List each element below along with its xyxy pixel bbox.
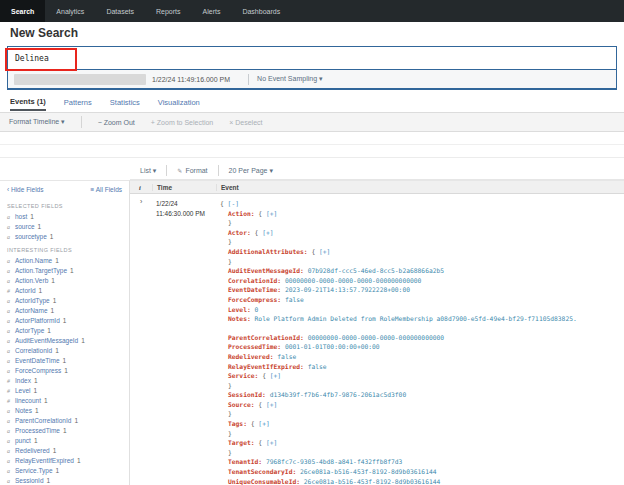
zoom-out-button[interactable]: − Zoom Out [98, 119, 135, 126]
json-expand-toggle[interactable]: [+] [266, 401, 277, 408]
field-name[interactable]: Level [15, 387, 31, 394]
field-item[interactable]: aAction.Name1 [0, 255, 129, 265]
field-type-indicator: a [7, 468, 12, 474]
field-item[interactable]: #Level1 [0, 385, 129, 395]
deselect-button[interactable]: × Deselect [229, 119, 262, 126]
field-name[interactable]: Action.TargetType [15, 267, 67, 274]
field-item[interactable]: asource1 [0, 221, 129, 231]
search-bar[interactable]: Delinea [7, 46, 617, 70]
all-fields-link[interactable]: ≡ All Fields [90, 186, 122, 193]
topnav-item-analytics[interactable]: Analytics [45, 0, 95, 22]
list-view-dropdown[interactable]: List ▾ [140, 167, 156, 175]
field-item[interactable]: aNotes1 [0, 405, 129, 415]
field-name[interactable]: Service.Type [15, 467, 53, 474]
field-item[interactable]: aRelayEventIfExpired1 [0, 455, 129, 465]
tab-events[interactable]: Events (1) [10, 94, 46, 111]
field-item[interactable]: #Index1 [0, 375, 129, 385]
field-item[interactable]: aForceCompress1 [0, 365, 129, 375]
field-item[interactable]: aAuditEventMessageId1 [0, 335, 129, 345]
field-name[interactable]: CorrelationId [15, 347, 52, 354]
event-sampling-dropdown[interactable]: No Event Sampling ▾ [257, 75, 322, 83]
field-name[interactable]: ActorType [15, 327, 44, 334]
column-header-time: Time [152, 184, 216, 191]
json-line: } [220, 218, 620, 228]
field-item[interactable]: aAction.Verb1 [0, 275, 129, 285]
field-item[interactable]: asourcetype1 [0, 231, 129, 241]
timeline-chart[interactable] [0, 133, 624, 158]
field-name[interactable]: EventDateTime [15, 357, 60, 364]
per-page-dropdown[interactable]: 20 Per Page ▾ [229, 167, 273, 175]
field-item[interactable]: apunct1 [0, 435, 129, 445]
field-name[interactable]: ProcessedTime [15, 427, 60, 434]
field-item[interactable]: aProcessedTime1 [0, 425, 129, 435]
field-name[interactable]: Action.Verb [15, 277, 48, 284]
field-item[interactable]: aService.Type1 [0, 465, 129, 475]
json-key: Service: [228, 372, 262, 379]
divider [218, 165, 219, 176]
field-name[interactable]: sourcetype [15, 233, 47, 240]
field-name[interactable]: RelayEventIfExpired [15, 457, 74, 464]
field-item[interactable]: aEventDateTime1 [0, 355, 129, 365]
tab-statistics[interactable]: Statistics [110, 95, 140, 110]
field-name[interactable]: ActorId [15, 287, 36, 294]
json-expand-toggle[interactable]: [+] [262, 229, 273, 236]
field-count: 1 [53, 297, 57, 304]
field-name[interactable]: ParentCorrelationId [15, 417, 71, 424]
field-name[interactable]: ActorName [15, 307, 48, 314]
field-item[interactable]: aCorrelationId1 [0, 345, 129, 355]
field-name[interactable]: ActorPlatformId [15, 317, 60, 324]
field-item[interactable]: #ActorId1 [0, 285, 129, 295]
field-name[interactable]: Action.Name [15, 257, 52, 264]
field-name[interactable]: ForceCompress [15, 367, 61, 374]
field-name[interactable]: Notes [15, 407, 32, 414]
expand-event-icon[interactable]: › [130, 194, 152, 485]
field-item[interactable]: aSessionId1 [0, 475, 129, 485]
topnav-item-alerts[interactable]: Alerts [192, 0, 232, 22]
field-item[interactable]: aActorIdType1 [0, 295, 129, 305]
topnav-item-datasets[interactable]: Datasets [95, 0, 145, 22]
field-count: 1 [63, 317, 67, 324]
field-item[interactable]: #linecount1 [0, 395, 129, 405]
field-item[interactable]: aActorType1 [0, 325, 129, 335]
field-name[interactable]: Index [15, 377, 31, 384]
field-name[interactable]: ActorIdType [15, 297, 50, 304]
format-dropdown[interactable]: ✎ Format [177, 167, 207, 174]
field-type-indicator: # [7, 388, 12, 394]
field-type-indicator: a [7, 428, 12, 434]
tab-visualization[interactable]: Visualization [158, 95, 200, 110]
json-expand-toggle[interactable]: [+] [266, 210, 277, 217]
field-item[interactable]: aActorName1 [0, 305, 129, 315]
json-expand-toggle[interactable]: [+] [266, 439, 277, 446]
field-item[interactable]: ahost1 [0, 211, 129, 221]
field-type-indicator: a [7, 258, 12, 264]
format-timeline-dropdown[interactable]: Format Timeline ▾ [9, 118, 65, 126]
timeline-toolbar: Format Timeline ▾ − Zoom Out + Zoom to S… [0, 112, 624, 132]
field-name[interactable]: source [15, 223, 35, 230]
field-name[interactable]: SessionId [15, 477, 44, 484]
tab-patterns[interactable]: Patterns [64, 95, 92, 110]
field-count: 1 [34, 437, 38, 444]
field-name[interactable]: host [15, 213, 27, 220]
field-name[interactable]: punct [15, 437, 31, 444]
field-name[interactable]: linecount [15, 397, 41, 404]
field-item[interactable]: aParentCorrelationId1 [0, 415, 129, 425]
field-name[interactable]: Redelivered [15, 447, 50, 454]
json-expand-toggle[interactable]: [+] [258, 420, 269, 427]
zoom-to-selection-button[interactable]: + Zoom to Selection [151, 119, 213, 126]
event-row: › 1/22/24 11:46:30.000 PM { [-]Action: {… [130, 194, 624, 485]
event-json: { [-]Action: { [+]}Actor: { [+]}Addition… [216, 194, 624, 485]
topnav-item-dashboards[interactable]: Dashboards [231, 0, 291, 22]
field-item[interactable]: aActorPlatformId1 [0, 315, 129, 325]
json-expand-toggle[interactable]: [+] [270, 372, 281, 379]
field-name[interactable]: AuditEventMessageId [15, 337, 78, 344]
field-item[interactable]: aAction.TargetType1 [0, 265, 129, 275]
json-key: ProcessedTime: [228, 343, 285, 350]
json-expand-toggle[interactable]: [+] [319, 248, 330, 255]
hide-fields-link[interactable]: ‹ Hide Fields [7, 186, 43, 193]
json-key: Target: [228, 439, 258, 446]
topnav-item-search[interactable]: Search [0, 0, 45, 22]
json-collapse-toggle[interactable]: [-] [228, 200, 239, 207]
topnav-item-reports[interactable]: Reports [145, 0, 192, 22]
field-item[interactable]: aRedelivered1 [0, 445, 129, 455]
search-query-input[interactable]: Delinea [8, 54, 49, 63]
